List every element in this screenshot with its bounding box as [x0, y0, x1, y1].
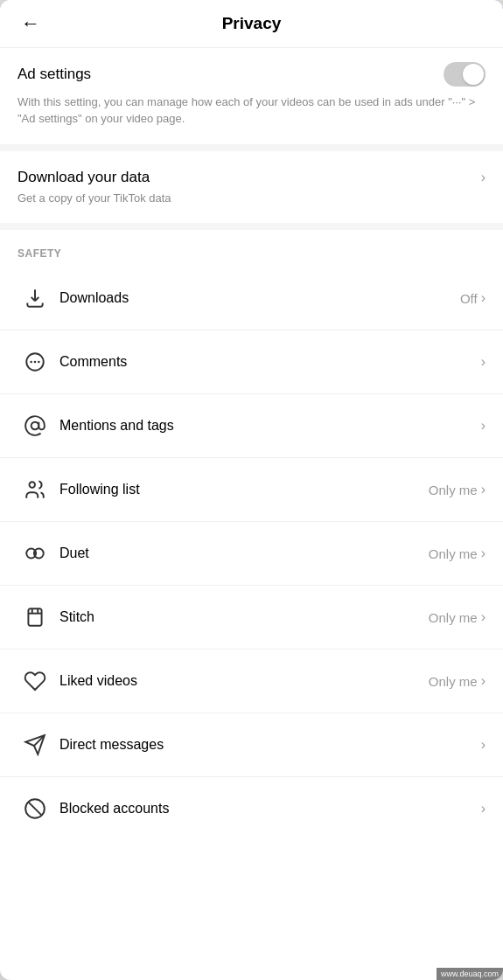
ad-settings-label: Ad settings	[17, 66, 91, 83]
duet-content: Duet	[59, 546, 429, 561]
back-button[interactable]: ←	[17, 9, 44, 38]
stitch-content: Stitch	[59, 609, 429, 625]
duet-label: Duet	[59, 546, 89, 560]
following-value: Only me	[429, 483, 478, 497]
stitch-right: Only me ›	[429, 609, 486, 625]
stitch-label: Stitch	[59, 609, 94, 624]
comments-chevron-icon: ›	[481, 354, 486, 370]
comments-label: Comments	[59, 354, 127, 369]
at-icon	[17, 408, 52, 443]
mentions-chevron-icon: ›	[481, 418, 486, 434]
block-icon	[17, 791, 52, 826]
download-row: Download your data ›	[17, 169, 486, 186]
ad-settings-desc: With this setting, you can manage how ea…	[17, 95, 475, 125]
message-icon	[17, 727, 52, 762]
comment-icon	[17, 344, 52, 379]
liked-videos-row[interactable]: Liked videos Only me ›	[0, 650, 503, 713]
direct-messages-row[interactable]: Direct messages ›	[0, 713, 503, 777]
phone-frame: alphr ← Privacy Ad settings With this se…	[0, 0, 503, 980]
following-right: Only me ›	[429, 482, 486, 497]
watermark-bottom: www.deuaq.com	[437, 968, 503, 980]
direct-messages-right: ›	[481, 737, 486, 753]
liked-videos-value: Only me	[429, 674, 478, 689]
downloads-chevron-icon: ›	[481, 290, 486, 306]
download-desc: Get a copy of your TikTok data	[17, 191, 171, 205]
svg-point-3	[38, 361, 40, 364]
direct-messages-content: Direct messages	[59, 737, 481, 753]
stitch-chevron-icon: ›	[481, 609, 486, 625]
comments-right: ›	[481, 354, 486, 370]
safety-section-label: SAFETY	[0, 230, 503, 267]
downloads-content: Downloads	[59, 290, 460, 306]
following-content: Following list	[59, 482, 429, 497]
svg-point-2	[34, 361, 37, 364]
downloads-row[interactable]: Downloads Off ›	[0, 267, 503, 330]
ad-settings-section: Ad settings With this setting, you can m…	[0, 48, 503, 151]
download-icon	[17, 281, 52, 316]
blocked-accounts-label: Blocked accounts	[59, 801, 169, 816]
download-label: Download your data	[17, 169, 150, 186]
direct-messages-label: Direct messages	[59, 737, 164, 752]
top-bar: ← Privacy	[0, 0, 503, 48]
liked-videos-right: Only me ›	[429, 673, 486, 689]
duet-value: Only me	[429, 546, 478, 561]
stitch-icon	[17, 600, 52, 635]
mentions-right: ›	[481, 418, 486, 434]
blocked-accounts-content: Blocked accounts	[59, 801, 481, 817]
blocked-accounts-row[interactable]: Blocked accounts ›	[0, 777, 503, 840]
comments-row[interactable]: Comments ›	[0, 330, 503, 394]
ad-settings-toggle[interactable]	[444, 62, 486, 87]
svg-line-15	[28, 803, 41, 816]
following-row[interactable]: Following list Only me ›	[0, 458, 503, 522]
heart-icon	[17, 664, 52, 699]
blocked-accounts-right: ›	[481, 801, 486, 817]
content: Ad settings With this setting, you can m…	[0, 48, 503, 840]
mentions-label: Mentions and tags	[59, 418, 174, 433]
ad-settings-row: Ad settings	[17, 62, 486, 87]
liked-videos-label: Liked videos	[59, 673, 137, 688]
blocked-accounts-chevron-icon: ›	[481, 801, 486, 817]
svg-point-4	[31, 422, 39, 430]
liked-videos-content: Liked videos	[59, 673, 429, 689]
duet-icon	[17, 536, 52, 571]
following-label: Following list	[59, 482, 140, 497]
stitch-value: Only me	[429, 610, 478, 625]
downloads-right: Off ›	[460, 290, 486, 306]
comments-content: Comments	[59, 354, 481, 370]
direct-messages-chevron-icon: ›	[481, 737, 486, 753]
following-chevron-icon: ›	[481, 482, 486, 497]
svg-point-1	[30, 361, 32, 364]
mentions-content: Mentions and tags	[59, 418, 481, 434]
svg-rect-8	[28, 609, 41, 627]
downloads-value: Off	[460, 291, 478, 306]
download-section[interactable]: Download your data › Get a copy of your …	[0, 151, 503, 230]
downloads-label: Downloads	[59, 290, 129, 305]
download-chevron-icon: ›	[481, 170, 486, 185]
mentions-row[interactable]: Mentions and tags ›	[0, 394, 503, 458]
page-title: Privacy	[222, 14, 282, 33]
stitch-row[interactable]: Stitch Only me ›	[0, 586, 503, 650]
duet-chevron-icon: ›	[481, 546, 486, 561]
liked-videos-chevron-icon: ›	[481, 673, 486, 689]
duet-row[interactable]: Duet Only me ›	[0, 522, 503, 586]
users-icon	[17, 472, 52, 507]
duet-right: Only me ›	[429, 546, 486, 561]
svg-point-5	[30, 483, 36, 489]
